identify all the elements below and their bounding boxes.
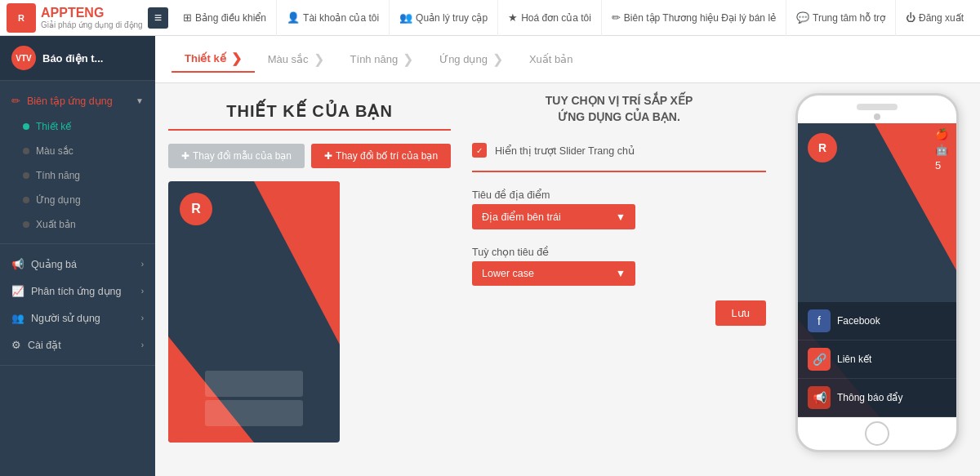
sidebar-sub-design[interactable]: Thiết kế: [0, 114, 155, 139]
left-panel: THIẾT KẾ CỦA BẠN ✚ Thay đổi mẫu của bạn …: [168, 93, 451, 466]
step-arrow-3: ❯: [403, 51, 413, 67]
top-navigation: R APPTENG Giải pháp ứng dụng di động ≡ ⊞…: [0, 0, 980, 36]
html5-icon: 5: [935, 159, 948, 171]
analytics-icon: 📈: [11, 285, 24, 297]
preview-box-1: [205, 371, 303, 397]
nav-dashboard[interactable]: ⊞ Bảng điều khiển: [173, 0, 277, 36]
save-button[interactable]: Lưu: [715, 300, 766, 326]
step-publish[interactable]: Xuất bản: [516, 48, 586, 70]
phone-mockup: R 🍎 🤖 5 f Facebook 🔗: [795, 93, 959, 452]
nav-logout[interactable]: ⏻ Đăng xuất: [896, 0, 973, 36]
step-app[interactable]: Ứng dụng ❯: [426, 47, 516, 72]
sub-dot: [23, 172, 29, 179]
phone-speaker: [857, 104, 898, 110]
save-row: Lưu: [472, 300, 766, 326]
step-arrow-1: ❯: [231, 51, 242, 66]
headline-select[interactable]: Địa điểm bên trái ▼: [472, 204, 635, 229]
step-colors[interactable]: Màu sắc ❯: [255, 47, 337, 72]
slider-label: Hiển thị trượt Slider Trang chủ: [495, 145, 635, 157]
phone-home-button[interactable]: [865, 421, 889, 446]
design-area: THIẾT KẾ CỦA BẠN ✚ Thay đổi mẫu của bạn …: [155, 83, 980, 476]
brand-icon: ✏: [612, 11, 621, 24]
nav-brand[interactable]: ✏ Biên tập Thương hiệu Đại lý bán lẻ: [602, 0, 786, 36]
sidebar-sub-colors[interactable]: Màu sắc: [0, 139, 155, 163]
slider-toggle-row: ✓ Hiển thị trượt Slider Trang chủ: [472, 143, 766, 158]
app-name: APPTENG: [41, 6, 143, 20]
notification-icon: 📢: [808, 386, 831, 409]
phone-menu-link: 🔗 Liên kết: [798, 340, 956, 379]
nav-access[interactable]: 👥 Quản lý truy cập: [390, 0, 498, 36]
hamburger-button[interactable]: ≡: [148, 7, 168, 29]
headline-field-label: Tiêu đề địa điểm: [472, 189, 766, 201]
sidebar-item-analytics[interactable]: 📈 Phân tích ứng dụng ›: [0, 278, 155, 305]
notification-label: Thông báo đẩy: [837, 392, 902, 403]
phone-menu-notification: 📢 Thông báo đẩy: [798, 379, 956, 417]
main-content: Thiết kế ❯ Màu sắc ❯ Tính năng ❯ Ứng dụn…: [155, 36, 980, 476]
step-design[interactable]: Thiết kế ❯: [172, 46, 255, 73]
sidebar-sub-app[interactable]: Ứng dụng: [0, 188, 155, 212]
sidebar-app-title: Báo điện t...: [42, 52, 103, 65]
support-icon: 💬: [796, 11, 809, 24]
dashboard-icon: ⊞: [183, 11, 192, 24]
account-icon: 👤: [287, 11, 300, 24]
sub-dot: [23, 221, 29, 228]
plus-icon: ✚: [181, 150, 189, 162]
app-preview: R: [168, 181, 340, 443]
headline-field-group: Tiêu đề địa điểm Địa điểm bên trái ▼: [472, 189, 766, 229]
sub-dot: [23, 197, 29, 203]
title-option-label: Tuỳ chọn tiêu đề: [472, 246, 766, 258]
nav-support[interactable]: 💬 Trung tâm hỗ trợ: [786, 0, 896, 36]
main-layout: VTV Báo điện t... ✏ Biên tập ứng dụng ▼ …: [0, 36, 980, 476]
logo-icon: R: [7, 3, 36, 33]
preview-box-2: [205, 400, 303, 426]
app-tagline: Giải pháp ứng dụng di động: [41, 20, 143, 29]
sidebar-item-editor[interactable]: ✏ Biên tập ứng dụng ▼: [0, 87, 155, 114]
chevron-icon: ›: [141, 314, 144, 323]
sidebar-item-ads[interactable]: 📢 Quảng bá ›: [0, 251, 155, 278]
phone-bottom: [798, 417, 956, 450]
nav-account[interactable]: 👤 Tài khoản của tôi: [277, 0, 390, 36]
sidebar-sub-features[interactable]: Tính năng: [0, 163, 155, 188]
chevron-icon: ›: [141, 260, 144, 269]
settings-icon: ⚙: [11, 339, 21, 351]
step-arrow-4: ❯: [492, 51, 503, 67]
divider: [472, 171, 766, 172]
facebook-label: Facebook: [837, 315, 880, 327]
change-template-button[interactable]: ✚ Thay đổi mẫu của bạn: [168, 144, 305, 168]
access-icon: 👥: [399, 11, 412, 24]
phone-camera: [874, 113, 880, 120]
step-arrow-2: ❯: [314, 51, 324, 67]
sub-dot: [23, 148, 29, 154]
phone-menu-items: f Facebook 🔗 Liên kết 📢 Thông báo đẩy: [798, 302, 956, 417]
link-label: Liên kết: [837, 354, 871, 365]
preview-boxes: [205, 371, 303, 426]
dropdown-arrow-icon: ▼: [616, 268, 626, 279]
android-icon: 🤖: [935, 144, 948, 156]
title-option-select[interactable]: Lower case ▼: [472, 261, 635, 286]
chevron-icon: ›: [141, 287, 144, 296]
position-title: TUY CHỌN VỊ TRÍ SẮP XẾP ỨNG DỤNG CỦA BẠN…: [472, 93, 766, 125]
sidebar-sub-publish[interactable]: Xuất bản: [0, 212, 155, 237]
chevron-icon: ▼: [136, 96, 144, 105]
title-option-field-group: Tuỳ chọn tiêu đề Lower case ▼: [472, 246, 766, 286]
middle-panel: TUY CHỌN VỊ TRÍ SẮP XẾP ỨNG DỤNG CỦA BẠN…: [464, 93, 774, 466]
ads-icon: 📢: [11, 258, 24, 270]
sidebar-section-extra: 📢 Quảng bá › 📈 Phân tích ứng dụng › 👥 Ng…: [0, 244, 155, 366]
editor-icon: ✏: [11, 95, 20, 107]
active-dot: [23, 123, 29, 130]
phone-menu-facebook: f Facebook: [798, 302, 956, 340]
slider-toggle[interactable]: ✓: [472, 143, 487, 158]
preview-triangle-right: [254, 181, 340, 345]
panel-title: THIẾT KẾ CỦA BẠN: [168, 93, 451, 131]
link-icon: 🔗: [808, 348, 831, 371]
nav-invoice[interactable]: ★ Hoá đơn của tôi: [498, 0, 602, 36]
sidebar-item-users[interactable]: 👥 Người sử dụng ›: [0, 305, 155, 331]
logo-area: R APPTENG Giải pháp ứng dụng di động ≡: [7, 3, 170, 33]
step-features[interactable]: Tính năng ❯: [337, 47, 427, 72]
sidebar-item-settings[interactable]: ⚙ Cài đặt ›: [0, 331, 155, 358]
preview-icon: R: [180, 193, 212, 225]
logout-icon: ⏻: [906, 12, 915, 24]
change-layout-button[interactable]: ✚ Thay đổi bố trí của bạn: [311, 144, 451, 168]
right-panel: R 🍎 🤖 5 f Facebook 🔗: [787, 93, 967, 466]
dropdown-arrow-icon: ▼: [616, 211, 626, 223]
